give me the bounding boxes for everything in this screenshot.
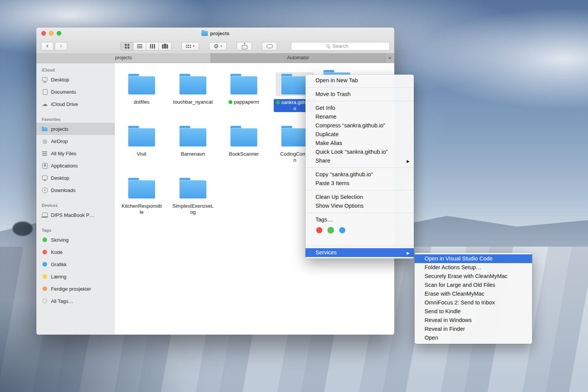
window-titlebar[interactable]: projects — [36, 28, 394, 39]
action-button[interactable]: ▾ — [209, 42, 227, 50]
folder-icon — [174, 176, 212, 200]
folder-icon — [174, 124, 212, 148]
folder-icon — [174, 72, 212, 96]
document-icon — [41, 89, 48, 95]
menu-separator — [305, 87, 414, 88]
menu-item-rename[interactable]: Rename — [305, 112, 414, 121]
menu-separator — [305, 213, 414, 213]
laptop-icon — [41, 212, 48, 218]
close-button[interactable] — [41, 31, 46, 36]
sidebar-item-tag-ferdige-prosjekter[interactable]: Ferdige prosjekter — [36, 283, 115, 295]
sidebar-item-tag-kode[interactable]: Kode — [36, 246, 115, 258]
menu-separator — [305, 101, 414, 101]
sidebar-item-airdrop[interactable]: AirDrop — [36, 135, 115, 147]
menu-item-get-info[interactable]: Get Info — [305, 104, 414, 112]
tag-dot-green-icon — [229, 100, 232, 104]
submenu-item-omnifocus-2-send-to-inbox[interactable]: OmniFocus 2: Send to Inbox — [415, 298, 532, 307]
sidebar-item-icloud-drive[interactable]: iCloud Drive — [36, 98, 115, 110]
tag-button[interactable] — [262, 42, 277, 50]
submenu-item-securely-erase-with-cleanmymac[interactable]: Securely Erase with CleanMyMac — [415, 272, 532, 281]
monitor-icon — [41, 76, 48, 83]
menu-item-show-view-options[interactable]: Show View Options — [305, 202, 414, 210]
menu-separator — [305, 168, 414, 168]
folder-bookscanner[interactable]: BookScanner — [219, 124, 269, 157]
arrange-button[interactable]: ▾ — [181, 42, 199, 50]
minimize-button[interactable] — [49, 31, 54, 36]
search-input[interactable] — [291, 42, 389, 50]
folder-dotfiles[interactable]: dotfiles — [116, 72, 167, 105]
sidebar-item-tag-grafikk[interactable]: Grafikk — [36, 258, 115, 270]
sidebar-item-downloads[interactable]: Downloads — [36, 184, 115, 196]
menu-item-quick-look[interactable]: Quick Look “sankra.github.io” — [305, 148, 414, 156]
menu-item-copy[interactable]: Copy “sankra.github.io” — [305, 170, 414, 179]
tag-dot-green-icon — [42, 237, 47, 242]
view-mode-group — [120, 42, 172, 50]
traffic-lights — [41, 31, 61, 36]
sidebar-item-projects[interactable]: projects — [36, 123, 115, 135]
tag-dot-green-icon — [276, 101, 280, 104]
menu-item-duplicate[interactable]: Duplicate — [305, 130, 414, 139]
search-icon — [326, 44, 329, 47]
menu-item-compress[interactable]: Compress “sankra.github.io” — [305, 121, 414, 130]
menu-item-make-alias[interactable]: Make Alias — [305, 139, 414, 148]
sidebar-item-dips-macbook[interactable]: DIPS MacBook P… — [36, 209, 115, 221]
toolbar: ‹ › ▾ ▾ — [36, 39, 394, 53]
tab-projects[interactable]: projects — [36, 53, 211, 63]
menu-item-tags[interactable]: Tags… — [305, 215, 414, 224]
folder-kitchenresponsible[interactable]: KitchenResponsib le — [116, 176, 167, 215]
coverflow-view-icon — [162, 44, 168, 49]
folder-visit[interactable]: Visit — [116, 124, 167, 157]
submenu-item-folder-actions-setup[interactable]: Folder Actions Setup… — [415, 263, 532, 272]
forward-button[interactable]: › — [55, 42, 67, 50]
submenu-item-open-in-visual-studio-code[interactable]: Open in Visual Studio Code — [415, 254, 532, 263]
sidebar-item-all-tags[interactable]: All Tags… — [36, 295, 115, 307]
sidebar-item-desktop-2[interactable]: Desktop — [36, 172, 115, 184]
list-view-icon — [137, 44, 142, 49]
submenu-arrow-icon — [407, 248, 410, 257]
share-button[interactable] — [237, 42, 252, 50]
submenu-item-scan-for-large-and-old-files[interactable]: Scan for Large and Old Files — [415, 281, 532, 290]
menu-separator — [305, 190, 414, 190]
list-view-button[interactable] — [133, 42, 146, 50]
submenu-item-reveal-in-windows[interactable]: Reveal in Windows — [415, 316, 532, 325]
menu-item-clean-up-selection[interactable]: Clean Up Selection — [305, 193, 414, 202]
sidebar-item-documents[interactable]: Documents — [36, 86, 115, 98]
menu-item-share[interactable]: Share — [305, 156, 414, 165]
coverflow-view-button[interactable] — [158, 42, 171, 50]
folder-icon — [122, 176, 161, 200]
menu-item-paste-3-items[interactable]: Paste 3 Items — [305, 179, 414, 188]
zoom-button[interactable] — [57, 31, 61, 36]
submenu-item-erase-with-cleanmymac[interactable]: Erase with CleanMyMac — [415, 290, 532, 298]
tag-dot-blue-icon[interactable] — [339, 227, 345, 233]
submenu-item-open[interactable]: Open — [415, 333, 532, 342]
chevron-down-icon: ▾ — [220, 44, 222, 48]
folder-pappaperm[interactable]: pappaperm — [219, 72, 269, 105]
icon-view-button[interactable] — [121, 42, 133, 50]
sidebar-item-all-my-files[interactable]: All My Files — [36, 147, 115, 159]
submenu-item-send-to-kindle[interactable]: Send to Kindle — [415, 307, 532, 316]
services-submenu: Open in Visual Studio Code Folder Action… — [415, 253, 532, 344]
submenu-item-reveal-in-finder[interactable]: Reveal in Finder — [415, 325, 532, 333]
folder-barnenavn[interactable]: Barnenavn — [168, 124, 218, 157]
folder-simplestexerciselog[interactable]: SimplestExerciseL og — [168, 176, 218, 215]
menu-item-move-to-trash[interactable]: Move to Trash — [305, 90, 414, 99]
search-field[interactable] — [291, 42, 390, 50]
monitor-icon — [41, 175, 48, 181]
downloads-icon — [41, 187, 48, 193]
tag-dot-red-icon[interactable] — [316, 227, 322, 233]
folder-icon — [225, 72, 263, 96]
menu-item-open-in-new-tab[interactable]: Open in New Tab — [305, 76, 414, 85]
sidebar-item-tag-laering[interactable]: Læring — [36, 270, 115, 283]
tag-dot-green-icon[interactable] — [328, 227, 334, 233]
sidebar-item-applications[interactable]: Applications — [36, 159, 115, 172]
chevron-right-icon: › — [60, 42, 63, 49]
tab-automator[interactable]: Automator — [211, 53, 385, 63]
sidebar-item-tag-skriving[interactable]: Skriving — [36, 234, 115, 246]
column-view-button[interactable] — [146, 42, 158, 50]
back-button[interactable]: ‹ — [41, 42, 54, 50]
submenu-arrow-icon — [407, 156, 410, 165]
folder-touchbar-nyancat[interactable]: touchbar_nyancat — [168, 72, 218, 105]
new-tab-button[interactable]: + — [385, 53, 394, 63]
menu-item-services[interactable]: Services — [305, 248, 414, 257]
sidebar-item-desktop[interactable]: Desktop — [36, 73, 115, 86]
